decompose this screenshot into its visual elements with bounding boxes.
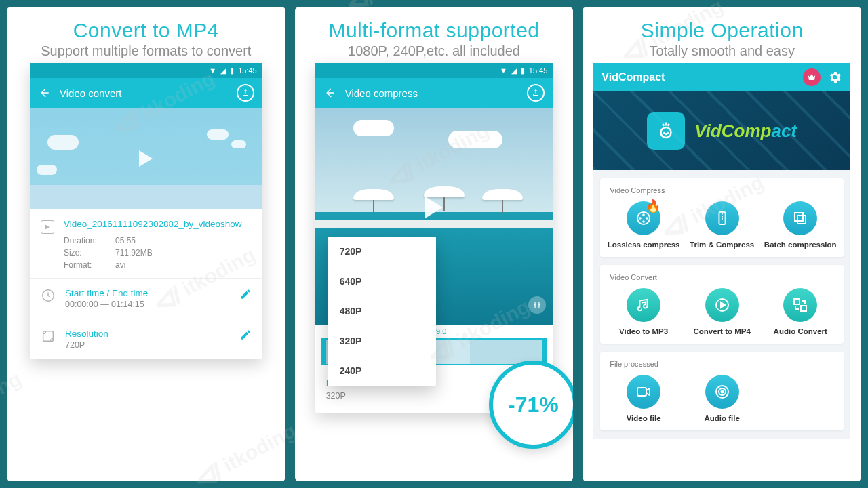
convert-icon	[783, 288, 817, 322]
svg-point-8	[639, 217, 642, 220]
resolution-option[interactable]: 240P	[328, 356, 436, 386]
file-name: Video_20161111092302882_by_videoshow	[64, 219, 252, 229]
svg-rect-16	[637, 388, 646, 396]
play-icon[interactable]	[425, 197, 443, 218]
promo-card-simple: Simple Operation Totally smooth and easy…	[583, 7, 861, 481]
appbar-title: Video compress	[345, 87, 518, 99]
wifi-icon: ▼	[500, 66, 507, 75]
feature-audio-convert[interactable]: Audio Convert	[762, 288, 838, 336]
export-icon[interactable]	[527, 84, 545, 102]
feature-video-file[interactable]: Video file	[606, 375, 682, 422]
subheadline: Support multiple formats to convert	[14, 43, 279, 59]
duration-label: Duration:	[64, 236, 115, 245]
status-time: 15:45	[238, 66, 257, 75]
edit-icon[interactable]	[239, 329, 252, 341]
headline: Multi-format supported	[302, 19, 567, 42]
svg-point-4	[661, 127, 671, 138]
clock-icon	[41, 288, 56, 303]
resolution-option[interactable]: 720P	[328, 237, 436, 266]
time-range-label: Start time / End time	[65, 288, 148, 298]
play-circle-icon	[705, 288, 739, 322]
svg-point-7	[642, 220, 645, 223]
size-label: Size:	[64, 248, 115, 258]
resolution-icon	[41, 329, 56, 344]
android-statusbar: ▼ ◢ ▮ 15:45	[315, 63, 553, 78]
play-icon[interactable]	[139, 150, 153, 167]
resolution-dropdown: 720P 640P 480P 320P 240P	[328, 237, 436, 386]
app-logo-icon	[647, 112, 685, 150]
resolution-option[interactable]: 320P	[328, 326, 436, 356]
svg-point-3	[538, 304, 540, 306]
app-logo-text: VidCompact	[694, 121, 797, 142]
format-label: Format:	[64, 260, 115, 270]
resolution-option[interactable]: 480P	[328, 296, 436, 326]
svg-point-2	[534, 304, 536, 306]
video-preview[interactable]	[30, 108, 262, 209]
hot-icon: 🔥	[646, 199, 660, 214]
feature-video-to-mp3[interactable]: Video to MP3	[606, 288, 682, 336]
section-title: Video Compress	[606, 184, 838, 201]
size-value: 711.92MB	[115, 248, 252, 258]
battery-icon: ▮	[521, 66, 525, 75]
resolution-option[interactable]: 640P	[328, 266, 436, 296]
resolution-label: Resolution	[65, 329, 108, 339]
section-title: File processed	[606, 357, 838, 375]
section-title: Video Convert	[606, 270, 838, 288]
video-icon	[627, 375, 660, 409]
compression-badge: -71%	[489, 361, 573, 449]
feature-audio-file[interactable]: Audio file	[684, 375, 760, 422]
svg-point-19	[721, 391, 723, 393]
svg-rect-12	[797, 216, 806, 224]
headline: Convert to MP4	[14, 19, 279, 42]
settings-icon[interactable]	[827, 70, 842, 85]
svg-rect-14	[794, 299, 800, 304]
zip-icon	[705, 201, 739, 235]
signal-icon: ◢	[511, 66, 517, 75]
duration-value: 05:55	[115, 236, 252, 245]
promo-card-multiformat: Multi-format supported 1080P, 240P,etc. …	[295, 7, 574, 481]
feature-lossless[interactable]: 🔥 Lossless compress	[606, 201, 682, 249]
battery-icon: ▮	[230, 66, 234, 75]
audio-icon	[705, 375, 739, 409]
signal-icon: ◢	[220, 66, 226, 75]
promo-card-convert: Convert to MP4 Support multiple formats …	[7, 7, 285, 481]
svg-point-9	[646, 217, 648, 220]
app-brand: VidCompact	[601, 71, 796, 83]
headline: Simple Operation	[589, 19, 854, 42]
feature-convert-mp4[interactable]: Convert to MP4	[684, 288, 760, 336]
subheadline: 1080P, 240P,etc. all included	[302, 43, 567, 59]
resolution-value: 320P	[326, 391, 386, 401]
svg-rect-11	[795, 213, 803, 221]
video-file-icon	[41, 220, 54, 234]
edit-icon[interactable]	[239, 288, 252, 300]
premium-icon[interactable]	[803, 68, 821, 86]
feature-batch[interactable]: Batch compression	[762, 201, 838, 249]
music-icon	[627, 288, 660, 322]
appbar-title: Video convert	[60, 87, 227, 99]
svg-rect-15	[801, 306, 806, 311]
wifi-icon: ▼	[209, 66, 216, 75]
format-value: avi	[115, 260, 252, 270]
hero-banner: VidCompact	[593, 92, 850, 170]
feature-trim-compress[interactable]: Trim & Compress	[684, 201, 760, 249]
status-time: 15:45	[529, 66, 548, 75]
stack-icon	[783, 201, 817, 235]
time-range-row[interactable]: Start time / End time 00:00:00 — 01:14:1…	[30, 279, 262, 319]
svg-point-6	[642, 214, 645, 216]
subheadline: Totally smooth and easy	[589, 43, 854, 59]
back-icon[interactable]	[323, 87, 336, 99]
svg-rect-1	[43, 331, 54, 342]
android-statusbar: ▼ ◢ ▮ 15:45	[30, 63, 262, 78]
export-icon[interactable]	[237, 84, 254, 102]
time-range-value: 00:00:00 — 01:14:15	[65, 300, 148, 309]
back-icon[interactable]	[38, 87, 50, 99]
resolution-value: 720P	[65, 340, 108, 350]
resolution-row[interactable]: Resolution 720P	[30, 319, 262, 359]
